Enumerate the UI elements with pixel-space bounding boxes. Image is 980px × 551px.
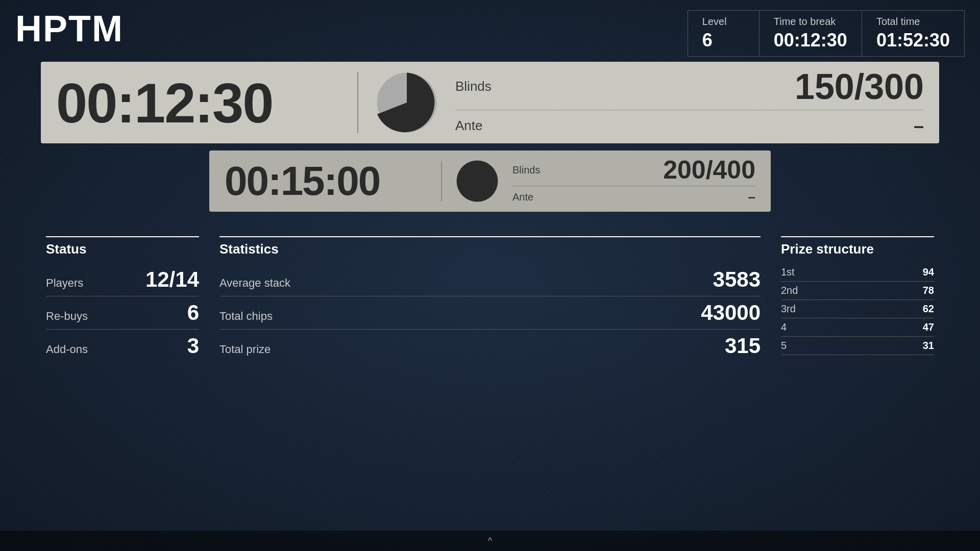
svg-point-1	[457, 161, 498, 202]
prize-row-label: 5	[781, 340, 787, 352]
statistics-row: Total prize 315	[219, 330, 761, 362]
current-timer: 00:12:30	[56, 70, 342, 135]
current-blinds-row: Blinds 150/300	[455, 64, 924, 110]
prize-row: 3rd 62	[781, 300, 934, 318]
prize-row-value: 47	[923, 321, 934, 333]
main-content: 00:12:30 Blinds 150/300 Ante – 00:15:	[0, 62, 980, 362]
status-row: Players 12/14	[46, 263, 199, 296]
next-blinds-row: Blinds 200/400	[512, 154, 755, 186]
status-row-value: 6	[187, 300, 199, 325]
next-blinds-label: Blinds	[512, 164, 540, 176]
next-ante-label: Ante	[512, 191, 533, 203]
current-level-card: 00:12:30 Blinds 150/300 Ante –	[41, 62, 939, 143]
next-ante-value: –	[748, 189, 755, 205]
timer-divider	[357, 72, 358, 133]
statistics-row: Average stack 3583	[219, 263, 761, 296]
total-block: Total time 01:52:30	[862, 11, 964, 56]
prize-panel: Prize structure 1st 94 2nd 78 3rd 62 4 4…	[781, 236, 934, 362]
stats-section: Status Players 12/14 Re-buys 6 Add-ons 3…	[41, 236, 939, 362]
break-value: 00:12:30	[774, 30, 847, 51]
current-blinds-label: Blinds	[455, 79, 492, 94]
scroll-up-icon: ^	[488, 536, 492, 546]
next-level-card: 00:15:00 Blinds 200/400 Ante –	[209, 151, 771, 212]
total-value: 01:52:30	[876, 30, 950, 51]
status-row-label: Players	[46, 277, 83, 290]
break-block: Time to break 00:12:30	[760, 11, 862, 56]
next-pie-chart	[454, 158, 500, 204]
header-info: Level 6 Time to break 00:12:30 Total tim…	[688, 10, 965, 57]
status-row-label: Add-ons	[46, 343, 88, 356]
status-row-value: 12/14	[145, 267, 199, 292]
statistics-row-label: Total chips	[219, 310, 273, 323]
status-title: Status	[46, 237, 199, 263]
next-timer: 00:15:00	[225, 158, 429, 205]
statistics-panel: Statistics Average stack 3583 Total chip…	[219, 236, 761, 362]
level-value: 6	[702, 30, 745, 51]
level-label: Level	[702, 16, 745, 28]
statistics-row: Total chips 43000	[219, 296, 761, 330]
prize-row-value: 31	[923, 340, 934, 352]
next-ante-row: Ante –	[512, 186, 755, 208]
next-blinds-value: 200/400	[663, 157, 755, 183]
prize-row-label: 1st	[781, 266, 795, 278]
level-block: Level 6	[688, 11, 760, 56]
status-rows: Players 12/14 Re-buys 6 Add-ons 3	[46, 263, 199, 362]
header: HPTM Level 6 Time to break 00:12:30 Tota…	[0, 0, 980, 62]
statistics-row-value: 3583	[713, 267, 761, 292]
current-ante-value: –	[914, 115, 924, 137]
current-blinds-value: 150/300	[795, 69, 924, 105]
prize-row-value: 94	[923, 266, 934, 278]
prize-row-value: 78	[923, 285, 934, 296]
prize-row-value: 62	[923, 303, 934, 315]
current-ante-label: Ante	[455, 118, 483, 134]
current-pie-chart	[374, 69, 440, 136]
statistics-row-value: 315	[725, 334, 761, 358]
prize-row-label: 2nd	[781, 285, 798, 296]
status-row: Re-buys 6	[46, 296, 199, 330]
prize-row: 4 47	[781, 318, 934, 337]
prize-row-label: 3rd	[781, 303, 796, 315]
prize-row-label: 4	[781, 321, 787, 333]
app-logo: HPTM	[15, 10, 124, 47]
break-label: Time to break	[774, 16, 847, 28]
status-row-label: Re-buys	[46, 310, 88, 323]
statistics-row-label: Average stack	[219, 277, 290, 290]
current-ante-row: Ante –	[455, 110, 924, 142]
status-row: Add-ons 3	[46, 330, 199, 362]
prize-row: 2nd 78	[781, 282, 934, 300]
next-blinds-info: Blinds 200/400 Ante –	[512, 154, 755, 208]
current-blinds-info: Blinds 150/300 Ante –	[455, 64, 924, 142]
bottom-bar: ^	[0, 531, 980, 551]
total-label: Total time	[876, 16, 950, 28]
status-row-value: 3	[187, 334, 199, 358]
prize-title: Prize structure	[781, 237, 934, 263]
statistics-rows: Average stack 3583 Total chips 43000 Tot…	[219, 263, 761, 362]
prize-rows: 1st 94 2nd 78 3rd 62 4 47 5 31	[781, 263, 934, 355]
prize-row: 1st 94	[781, 263, 934, 282]
status-panel: Status Players 12/14 Re-buys 6 Add-ons 3	[46, 236, 199, 362]
next-timer-divider	[441, 161, 442, 202]
statistics-row-value: 43000	[701, 300, 761, 325]
prize-row: 5 31	[781, 337, 934, 355]
statistics-row-label: Total prize	[219, 343, 271, 356]
statistics-title: Statistics	[219, 237, 761, 263]
